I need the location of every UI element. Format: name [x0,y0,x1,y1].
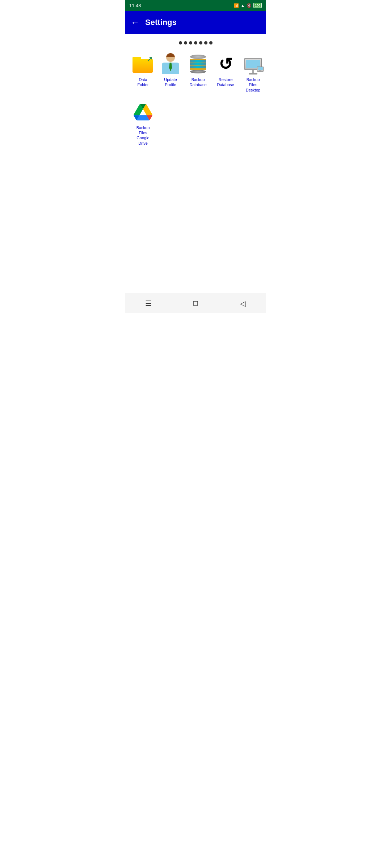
wifi-icon: ▲ [241,3,245,8]
dot-3 [189,41,192,44]
status-bar: 11:48 📶 ▲ 🔇 100 [125,0,266,11]
battery-icon: 100 [253,3,262,8]
settings-grid: ↗ DataFolder UpdateProfile [131,52,260,147]
status-time: 11:48 [129,3,141,8]
backup-files-desktop-label: BackupFilesDesktop [246,77,260,93]
data-folder-label: DataFolder [137,77,148,88]
app-bar: ← Settings [125,11,266,34]
settings-item-backup-database[interactable]: BackupDatabase [186,52,210,94]
signal-icon: 📶 [234,3,239,8]
settings-item-backup-files-desktop[interactable]: BackupFilesDesktop [241,52,265,94]
dots-indicator [131,40,260,44]
nav-menu-button[interactable]: ☰ [140,295,157,312]
back-button[interactable]: ← [131,17,139,27]
folder-icon: ↗ [132,53,154,75]
restore-icon: ↺ [215,53,236,75]
restore-database-label: RestoreDatabase [217,77,234,88]
settings-item-restore-database[interactable]: ↺ RestoreDatabase [213,52,238,94]
dot-7 [209,41,213,44]
settings-item-data-folder[interactable]: ↗ DataFolder [131,52,155,94]
dot-5 [199,41,202,44]
dot-6 [204,41,207,44]
update-profile-label: UpdateProfile [164,77,177,88]
status-icons: 📶 ▲ 🔇 100 [234,3,262,8]
dot-1 [179,41,182,44]
menu-icon: ☰ [145,299,152,308]
dot-2 [184,41,187,44]
settings-item-update-profile[interactable]: UpdateProfile [158,52,183,94]
bottom-nav: ☰ □ ◁ [125,293,266,313]
person-icon [160,53,181,75]
home-icon: □ [193,299,198,307]
backup-files-gdrive-label: BackupFilesGoogleDrive [136,125,150,146]
gdrive-icon [132,101,154,123]
nav-home-button[interactable]: □ [187,295,204,312]
page-title: Settings [145,18,177,27]
mute-icon: 🔇 [247,3,252,8]
back-nav-icon: ◁ [240,299,245,308]
main-content: ↗ DataFolder UpdateProfile [125,34,266,293]
nav-back-button[interactable]: ◁ [234,295,251,312]
database-icon [187,53,209,75]
backup-database-label: BackupDatabase [189,77,206,88]
dot-4 [194,41,197,44]
computer-icon [242,53,264,75]
settings-item-backup-files-gdrive[interactable]: BackupFilesGoogleDrive [131,100,155,147]
